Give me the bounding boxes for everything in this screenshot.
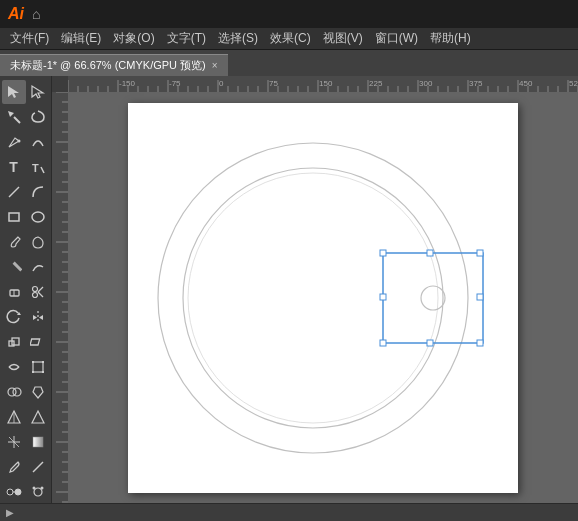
ellipse-tool[interactable] <box>26 205 50 229</box>
pencil-tool[interactable] <box>2 255 26 279</box>
svg-point-4 <box>17 140 20 143</box>
tool-row-pencil <box>0 255 51 279</box>
svg-point-69 <box>188 173 438 423</box>
magic-wand-tool[interactable] <box>2 105 26 129</box>
svg-rect-75 <box>477 340 483 346</box>
svg-marker-19 <box>33 315 37 320</box>
svg-point-9 <box>32 212 44 222</box>
lasso-tool[interactable] <box>26 105 50 129</box>
menu-file[interactable]: 文件(F) <box>4 28 55 49</box>
pen-tool[interactable] <box>2 130 26 154</box>
tool-row-perspective <box>0 405 51 429</box>
svg-rect-77 <box>427 340 433 346</box>
svg-rect-76 <box>427 250 433 256</box>
main-area: T T <box>0 76 578 503</box>
svg-rect-27 <box>32 371 34 373</box>
free-transform-tool[interactable] <box>26 355 50 379</box>
reflect-tool[interactable] <box>26 305 50 329</box>
svg-rect-8 <box>9 213 19 221</box>
tool-row-shape <box>0 205 51 229</box>
svg-marker-20 <box>39 315 43 320</box>
shape-builder-tool[interactable] <box>2 380 26 404</box>
tool-row-2 <box>0 105 51 129</box>
vertical-ruler <box>52 92 68 503</box>
svg-line-7 <box>9 187 19 197</box>
svg-rect-26 <box>42 361 44 363</box>
menu-window[interactable]: 窗口(W) <box>369 28 424 49</box>
svg-marker-0 <box>8 86 19 98</box>
gradient-tool[interactable] <box>26 430 50 454</box>
tool-row-rotate <box>0 305 51 329</box>
tool-row-scale <box>0 330 51 354</box>
svg-point-41 <box>15 489 21 495</box>
menu-bar: 文件(F) 编辑(E) 对象(O) 文字(T) 选择(S) 效果(C) 视图(V… <box>0 28 578 50</box>
ai-logo: Ai <box>8 5 24 23</box>
svg-rect-23 <box>30 339 40 345</box>
status-bar: ▶ <box>0 503 578 521</box>
live-paint-bucket-tool[interactable] <box>26 380 50 404</box>
svg-point-40 <box>7 489 13 495</box>
tool-row-brush <box>0 230 51 254</box>
rotate-tool[interactable] <box>2 305 26 329</box>
line-segment-tool[interactable] <box>2 180 26 204</box>
menu-edit[interactable]: 编辑(E) <box>55 28 107 49</box>
symbol-sprayer-tool[interactable] <box>26 480 50 503</box>
scale-tool[interactable] <box>2 330 26 354</box>
tool-row-type: T T <box>0 155 51 179</box>
tool-row-pen <box>0 130 51 154</box>
curvature-tool[interactable] <box>26 130 50 154</box>
svg-line-2 <box>14 117 20 123</box>
title-bar: Ai ⌂ <box>0 0 578 28</box>
shear-tool[interactable] <box>26 330 50 354</box>
scissors-tool[interactable] <box>26 280 50 304</box>
tool-row-line <box>0 180 51 204</box>
menu-help[interactable]: 帮助(H) <box>424 28 477 49</box>
svg-line-39 <box>33 470 35 472</box>
tool-row-eyedropper <box>0 455 51 479</box>
selection-tool[interactable] <box>2 80 26 104</box>
svg-line-14 <box>38 292 43 297</box>
svg-rect-78 <box>380 294 386 300</box>
tool-row-mesh <box>0 430 51 454</box>
perspective-selection-tool[interactable] <box>26 405 50 429</box>
blend-tool[interactable] <box>2 480 26 503</box>
svg-point-16 <box>32 293 37 298</box>
svg-point-43 <box>34 488 42 496</box>
tool-row-eraser <box>0 280 51 304</box>
menu-effect[interactable]: 效果(C) <box>264 28 317 49</box>
tab-label: 未标题-1* @ 66.67% (CMYK/GPU 预览) <box>10 58 206 73</box>
menu-view[interactable]: 视图(V) <box>317 28 369 49</box>
svg-point-71 <box>421 286 445 310</box>
canvas-area[interactable] <box>52 76 578 503</box>
canvas-drawing <box>128 103 518 493</box>
svg-point-45 <box>40 487 43 490</box>
direct-selection-tool[interactable] <box>26 80 50 104</box>
menu-object[interactable]: 对象(O) <box>107 28 160 49</box>
eraser-tool[interactable] <box>2 280 26 304</box>
paintbrush-tool[interactable] <box>2 230 26 254</box>
eyedropper-tool[interactable] <box>2 455 26 479</box>
home-icon-button[interactable]: ⌂ <box>32 6 40 22</box>
measure-tool[interactable] <box>26 455 50 479</box>
tab-close-button[interactable]: × <box>212 60 218 71</box>
arc-tool[interactable] <box>26 180 50 204</box>
rectangle-tool[interactable] <box>2 205 26 229</box>
tool-row-1 <box>0 80 51 104</box>
blob-brush-tool[interactable] <box>26 230 50 254</box>
smooth-tool[interactable] <box>26 255 50 279</box>
touch-type-tool[interactable]: T <box>26 155 50 179</box>
svg-rect-37 <box>33 437 43 447</box>
warp-tool[interactable] <box>2 355 26 379</box>
perspective-grid-tool[interactable] <box>2 405 26 429</box>
type-tool[interactable]: T <box>2 155 26 179</box>
tool-row-warp <box>0 355 51 379</box>
menu-text[interactable]: 文字(T) <box>161 28 212 49</box>
svg-marker-3 <box>8 111 14 117</box>
svg-rect-10 <box>12 262 21 272</box>
tab-bar: 未标题-1* @ 66.67% (CMYK/GPU 预览) × <box>0 50 578 76</box>
active-tab[interactable]: 未标题-1* @ 66.67% (CMYK/GPU 预览) × <box>0 54 228 76</box>
mesh-tool[interactable] <box>2 430 26 454</box>
svg-line-6 <box>41 167 44 173</box>
svg-marker-33 <box>32 411 44 423</box>
menu-select[interactable]: 选择(S) <box>212 28 264 49</box>
